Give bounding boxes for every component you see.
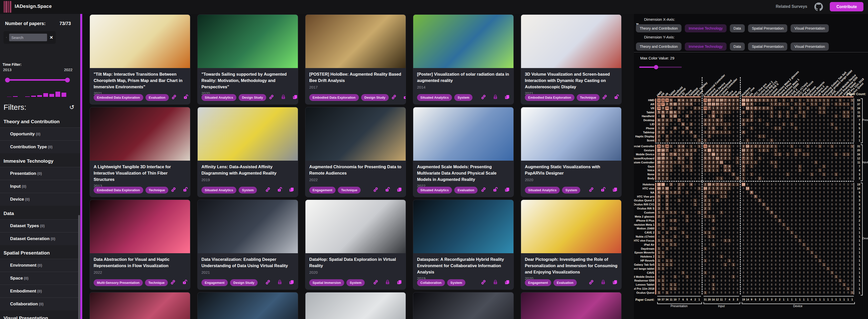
closed-access-lock-icon[interactable]: [280, 94, 286, 101]
open-access-unlock-icon[interactable]: [403, 94, 406, 101]
paper-link-icon[interactable]: [480, 279, 486, 286]
filter-item-embodiment[interactable]: Embodiment (0): [0, 285, 80, 297]
filter-item-input[interactable]: Input (0): [0, 180, 80, 193]
paper-card[interactable]: "Towards Sailing supported by Augmented …: [198, 15, 298, 104]
paper-tag[interactable]: Situated Analytics: [525, 187, 560, 194]
filter-item-contribution-type[interactable]: Contribution Type (0): [0, 140, 80, 153]
filter-item-dataset-types[interactable]: Dataset Types (0): [0, 219, 80, 232]
search-clear-icon[interactable]: ✕: [50, 35, 53, 40]
related-surveys-link[interactable]: Related Surveys: [776, 4, 807, 9]
paper-link-icon[interactable]: [480, 187, 486, 194]
closed-access-lock-icon[interactable]: [277, 279, 283, 286]
copy-citation-icon[interactable]: [504, 94, 510, 101]
paper-card[interactable]: DataHop: Spatial Data Exploration in Vir…: [305, 200, 406, 289]
paper-tag[interactable]: Design Study: [361, 94, 389, 101]
filter-item-device[interactable]: Device (0): [0, 193, 80, 206]
copy-citation-icon[interactable]: [289, 187, 294, 194]
copy-citation-icon[interactable]: [292, 94, 298, 101]
paper-tag[interactable]: Engagement: [309, 187, 336, 194]
paper-link-icon[interactable]: [171, 94, 177, 101]
paper-tag[interactable]: Situated Analytics: [417, 94, 452, 101]
paper-card[interactable]: Data Abstraction for Visual and Haptic R…: [90, 200, 190, 289]
paper-card[interactable]: Affinity Lens: Data-Assisted Affinity Di…: [198, 107, 298, 197]
closed-access-lock-icon[interactable]: [492, 279, 498, 286]
paper-tag[interactable]: System: [454, 94, 472, 101]
paper-tag[interactable]: Situated Analytics: [202, 94, 236, 101]
paper-tag[interactable]: Engagement: [202, 279, 228, 286]
filter-item-dataset-generation[interactable]: Dataset Generation (0): [0, 232, 80, 245]
paper-card-partial[interactable]: [305, 292, 406, 319]
reset-filters-icon[interactable]: ↺: [69, 104, 74, 111]
open-access-unlock-icon[interactable]: [614, 94, 619, 101]
paper-link-icon[interactable]: [170, 279, 176, 286]
paper-card[interactable]: 3D Volume Visualization and Screen-based…: [521, 15, 621, 104]
copy-citation-icon[interactable]: [397, 187, 402, 194]
closed-access-lock-icon[interactable]: [385, 279, 391, 286]
paper-tag[interactable]: System: [562, 187, 580, 194]
paper-tag[interactable]: Technique: [145, 279, 168, 286]
closed-access-lock-icon[interactable]: [492, 94, 498, 101]
paper-tag[interactable]: System: [447, 279, 465, 286]
paper-tag[interactable]: Embodied Data Exploration: [94, 94, 143, 101]
paper-card[interactable]: Augmented Scale Models: Presenting Multi…: [413, 107, 514, 197]
github-icon[interactable]: [814, 3, 823, 11]
filter-item-collaboration[interactable]: Collaboration (0): [0, 297, 80, 310]
paper-tag[interactable]: Evaluation: [454, 187, 477, 194]
paper-card[interactable]: Augmented Chironomia for Presenting Data…: [305, 107, 406, 197]
contribute-button[interactable]: Contribute: [830, 2, 863, 11]
copy-citation-icon[interactable]: [289, 279, 294, 286]
open-access-unlock-icon[interactable]: [182, 187, 188, 194]
paper-tag[interactable]: Situated Analytics: [417, 187, 452, 194]
paper-link-icon[interactable]: [480, 94, 486, 101]
paper-tag[interactable]: System: [239, 187, 257, 194]
paper-card[interactable]: Data Visceralization: Enabling Deeper Un…: [198, 200, 298, 289]
paper-tag[interactable]: Multi-Sensory Presentation: [94, 279, 143, 286]
paper-tag[interactable]: Collaboration: [417, 279, 445, 286]
paper-card[interactable]: "Tilt Map: Interactive Transitions Betwe…: [90, 15, 190, 104]
paper-tag[interactable]: Embodied Data Exploration: [525, 94, 575, 101]
open-access-unlock-icon[interactable]: [182, 279, 188, 286]
copy-citation-icon[interactable]: [397, 279, 402, 286]
paper-link-icon[interactable]: [588, 187, 594, 194]
paper-tag[interactable]: Technique: [338, 187, 361, 194]
paper-card-partial[interactable]: [521, 292, 621, 319]
paper-link-icon[interactable]: [265, 279, 271, 286]
sidebar-scrollbar[interactable]: [78, 215, 80, 319]
paper-tag[interactable]: Evaluation: [553, 279, 577, 286]
filter-item-environment[interactable]: Environment (0): [0, 259, 80, 272]
paper-card[interactable]: Dataspace: A Reconfigurable Hybrid Reali…: [413, 200, 514, 289]
paper-tag[interactable]: Design Study: [239, 94, 266, 101]
open-access-unlock-icon[interactable]: [277, 187, 283, 194]
filter-item-space[interactable]: Space (0): [0, 272, 80, 285]
paper-link-icon[interactable]: [391, 94, 397, 101]
paper-card-partial[interactable]: [90, 292, 190, 319]
paper-tag[interactable]: Embodied Data Exploration: [94, 187, 143, 194]
paper-tag[interactable]: Embodied Data Exploration: [309, 94, 359, 101]
open-access-unlock-icon[interactable]: [385, 187, 391, 194]
paper-card-partial[interactable]: [413, 292, 514, 319]
paper-tag[interactable]: Engagement: [525, 279, 551, 286]
time-slider-handle-min[interactable]: [5, 78, 10, 83]
paper-tag[interactable]: Spatial Immersion: [309, 279, 344, 286]
search-input[interactable]: [9, 34, 47, 41]
paper-link-icon[interactable]: [602, 94, 608, 101]
copy-citation-icon[interactable]: [612, 187, 618, 194]
paper-tag[interactable]: Evaluation: [146, 94, 169, 101]
copy-citation-icon[interactable]: [612, 279, 618, 286]
paper-tag[interactable]: Design Study: [230, 279, 258, 286]
paper-link-icon[interactable]: [265, 187, 271, 194]
paper-tag[interactable]: Situated Analytics: [202, 187, 236, 194]
paper-tag[interactable]: Technique: [146, 187, 168, 194]
paper-card[interactable]: A Lightweight Tangible 3D Interface for …: [90, 107, 190, 197]
paper-card[interactable]: Dear Pictograph: Investigating the Role …: [521, 200, 621, 289]
copy-citation-icon[interactable]: [504, 187, 510, 194]
paper-link-icon[interactable]: [373, 279, 379, 286]
time-slider-handle-max[interactable]: [65, 78, 70, 83]
filter-item-presentation[interactable]: Presentation (0): [0, 167, 80, 180]
closed-access-lock-icon[interactable]: [600, 279, 606, 286]
paper-card-partial[interactable]: [198, 292, 298, 319]
paper-link-icon[interactable]: [170, 187, 176, 194]
paper-tag[interactable]: Technique: [577, 94, 599, 101]
open-access-unlock-icon[interactable]: [183, 94, 189, 101]
paper-link-icon[interactable]: [373, 187, 379, 194]
